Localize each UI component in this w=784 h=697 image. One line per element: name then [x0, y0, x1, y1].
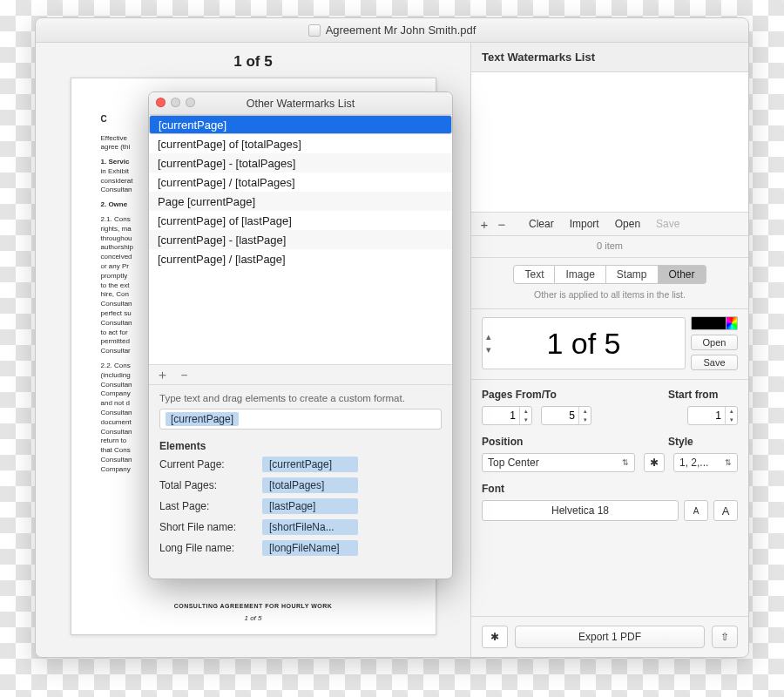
popup-list-item[interactable]: [currentPage] - [totalPages]: [149, 153, 452, 173]
export-label: Export 1 PDF: [578, 631, 641, 643]
custom-format-input[interactable]: [currentPage]: [159, 409, 442, 430]
popup-list-item[interactable]: [currentPage] / [totalPages]: [149, 173, 452, 192]
pages-from-field[interactable]: ▴▾: [482, 406, 532, 425]
elements-list: Current Page:[currentPage]Total Pages:[t…: [149, 454, 452, 558]
sidebar-toolbar: + − Clear Import Open Save: [471, 212, 748, 236]
gear-icon: ✱: [490, 631, 499, 643]
doc-pagenum: 1 of 5: [71, 614, 436, 624]
remove-button[interactable]: −: [494, 217, 510, 232]
watermark-list-dropzone[interactable]: [471, 72, 748, 212]
tab-text[interactable]: Text: [513, 265, 555, 284]
popup-remove-button[interactable]: －: [178, 367, 191, 383]
tab-other[interactable]: Other: [659, 265, 706, 284]
step-up-icon[interactable]: ▴: [520, 407, 531, 416]
font-larger-button[interactable]: A: [713, 500, 738, 521]
share-icon: ⇧: [720, 631, 729, 643]
watermark-preview[interactable]: ▴▾ 1 of 5: [482, 317, 686, 369]
font-smaller-button[interactable]: A: [684, 500, 708, 521]
color-swatch[interactable]: [691, 316, 738, 330]
element-label: Current Page:: [159, 458, 255, 470]
popup-hint: Type text and drag elements to create a …: [149, 385, 452, 409]
close-icon[interactable]: [156, 98, 166, 107]
sidebar: Text Watermarks List + − Clear Import Op…: [471, 43, 748, 657]
add-button[interactable]: +: [476, 217, 492, 232]
open-preset-button[interactable]: Open: [691, 335, 738, 350]
chevron-updown-icon: ⇅: [622, 458, 629, 467]
format-token[interactable]: [currentPage]: [166, 412, 239, 426]
element-label: Long File name:: [159, 542, 255, 554]
popup-titlebar[interactable]: Other Watermarks List: [149, 92, 452, 115]
popup-list-item[interactable]: [currentPage] of [lastPage]: [149, 211, 452, 230]
pages-from-input[interactable]: [483, 409, 519, 422]
element-token[interactable]: [longFileName]: [262, 540, 358, 556]
step-up-icon[interactable]: ▴: [726, 407, 737, 416]
element-row: Long File name:[longFileName]: [149, 538, 452, 558]
element-token[interactable]: [shortFileNa...: [262, 519, 358, 535]
popup-list-item[interactable]: [currentPage] - [lastPage]: [149, 230, 452, 249]
start-from-input[interactable]: [688, 409, 725, 422]
chevron-updown-icon: ⇅: [725, 458, 732, 467]
import-button[interactable]: Import: [563, 216, 606, 232]
popup-list[interactable]: [currentPage][currentPage] of [totalPage…: [149, 115, 452, 268]
element-row: Last Page:[lastPage]: [149, 496, 452, 517]
style-value: 1, 2,...: [679, 457, 708, 469]
element-token[interactable]: [lastPage]: [262, 498, 358, 514]
save-button[interactable]: Save: [649, 216, 686, 232]
position-value: Top Center: [488, 457, 539, 469]
popup-blank-area: [149, 268, 452, 364]
share-button[interactable]: ⇧: [712, 626, 738, 648]
popup-list-item[interactable]: [currentPage]: [149, 115, 452, 134]
element-row: Total Pages:[totalPages]: [149, 475, 452, 496]
style-label: Style: [668, 436, 738, 448]
gear-icon: ✱: [650, 457, 659, 469]
export-button[interactable]: Export 1 PDF: [515, 626, 705, 648]
zoom-icon: [186, 98, 195, 107]
font-value: Helvetica 18: [551, 504, 609, 517]
item-count: 0 item: [471, 236, 748, 257]
settings-button[interactable]: ✱: [482, 626, 508, 648]
element-label: Last Page:: [159, 500, 255, 512]
style-select[interactable]: 1, 2,...⇅: [673, 453, 738, 472]
element-row: Short File name:[shortFileNa...: [149, 517, 452, 538]
pages-to-field[interactable]: ▴▾: [541, 406, 591, 425]
font-label: Font: [482, 483, 504, 495]
position-settings-button[interactable]: ✱: [644, 453, 665, 472]
popup-list-item[interactable]: [currentPage] of [totalPages]: [149, 134, 452, 153]
save-preset-button[interactable]: Save: [691, 355, 738, 370]
popup-add-button[interactable]: ＋: [156, 367, 169, 383]
clear-button[interactable]: Clear: [522, 216, 561, 232]
minimize-icon: [171, 98, 180, 107]
popup-title: Other Watermarks List: [247, 98, 355, 110]
tab-image[interactable]: Image: [555, 265, 605, 284]
page-indicator: 1 of 5: [233, 53, 272, 71]
pages-label: Pages From/To: [482, 389, 659, 401]
window-title: Agreement Mr John Smith.pdf: [326, 24, 476, 37]
element-token[interactable]: [currentPage]: [262, 457, 358, 472]
start-label: Start from: [668, 389, 738, 401]
step-down-icon[interactable]: ▾: [520, 416, 531, 424]
preview-text: 1 of 5: [546, 327, 620, 361]
file-icon: [308, 24, 321, 37]
position-select[interactable]: Top Center⇅: [482, 453, 635, 472]
step-up-icon[interactable]: ▴: [579, 407, 591, 416]
titlebar: Agreement Mr John Smith.pdf: [36, 18, 748, 43]
sidebar-header: Text Watermarks List: [471, 43, 748, 72]
element-label: Total Pages:: [159, 479, 255, 491]
popup-list-item[interactable]: [currentPage] / [lastPage]: [149, 249, 452, 268]
elements-header: Elements: [149, 436, 452, 454]
position-label: Position: [482, 436, 659, 448]
element-token[interactable]: [totalPages]: [262, 477, 358, 493]
other-watermarks-popup: Other Watermarks List [currentPage][curr…: [148, 91, 453, 579]
traffic-lights: [156, 98, 195, 107]
pages-to-input[interactable]: [542, 409, 578, 422]
step-down-icon[interactable]: ▾: [579, 416, 591, 424]
open-button[interactable]: Open: [608, 216, 647, 232]
applied-hint: Other is applied to all items in the lis…: [471, 289, 748, 300]
font-picker-button[interactable]: Helvetica 18: [482, 500, 679, 521]
popup-add-remove-bar: ＋ －: [149, 364, 452, 385]
start-from-field[interactable]: ▴▾: [687, 406, 738, 425]
step-down-icon[interactable]: ▾: [726, 416, 737, 424]
popup-list-item[interactable]: Page [currentPage]: [149, 192, 452, 211]
tab-stamp[interactable]: Stamp: [606, 265, 659, 284]
preview-stepper[interactable]: ▴▾: [486, 331, 491, 355]
